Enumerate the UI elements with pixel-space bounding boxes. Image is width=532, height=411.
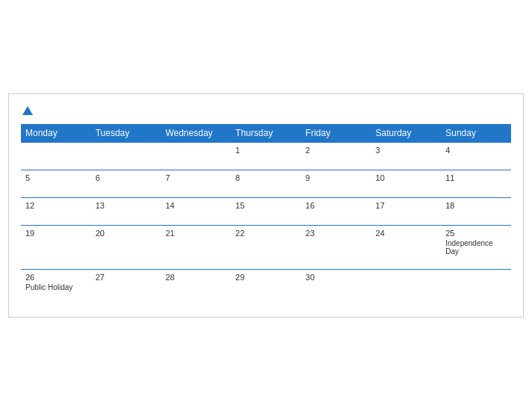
day-number: 6 xyxy=(96,173,157,182)
day-number: 26 xyxy=(25,273,87,282)
day-cell: 27 xyxy=(91,270,161,306)
day-number: 21 xyxy=(165,229,226,238)
day-number: 17 xyxy=(376,201,437,210)
day-number: 11 xyxy=(445,173,507,182)
weekday-header-tuesday: Tuesday xyxy=(91,124,161,143)
day-cell: 8 xyxy=(231,170,301,198)
day-cell: 7 xyxy=(161,170,231,198)
day-cell: 5 xyxy=(21,170,91,198)
day-number: 12 xyxy=(25,201,87,210)
day-cell: 20 xyxy=(91,226,161,270)
day-number: 25 xyxy=(445,229,507,238)
day-number: 22 xyxy=(235,229,297,238)
weekday-header-friday: Friday xyxy=(301,124,371,143)
day-number: 1 xyxy=(235,146,297,155)
day-number: 4 xyxy=(445,146,507,155)
day-cell: 13 xyxy=(91,198,161,226)
day-cell: 9 xyxy=(301,170,371,198)
day-number: 27 xyxy=(96,273,157,282)
day-cell: 25Independence Day xyxy=(441,226,511,270)
weekday-header-thursday: Thursday xyxy=(231,124,301,143)
day-cell: 24 xyxy=(371,226,442,270)
day-number: 14 xyxy=(165,201,226,210)
day-cell: 16 xyxy=(301,198,371,226)
day-cell: 6 xyxy=(91,170,161,198)
logo xyxy=(21,106,33,115)
day-cell: 23 xyxy=(301,226,371,270)
event-label: Independence Day xyxy=(445,239,507,256)
week-row-5: 26Public Holiday27282930 xyxy=(21,270,511,306)
day-number: 29 xyxy=(235,273,297,282)
weekday-header-row: MondayTuesdayWednesdayThursdayFridaySatu… xyxy=(21,124,511,143)
day-cell xyxy=(441,270,511,306)
day-number: 18 xyxy=(445,201,507,210)
day-number: 16 xyxy=(306,201,367,210)
week-row-4: 19202122232425Independence Day xyxy=(21,226,511,270)
weekday-header-sunday: Sunday xyxy=(441,124,511,143)
day-cell: 10 xyxy=(371,170,442,198)
day-cell: 11 xyxy=(441,170,511,198)
day-cell: 29 xyxy=(231,270,301,306)
day-number: 19 xyxy=(25,229,87,238)
day-cell: 22 xyxy=(231,226,301,270)
calendar-table: MondayTuesdayWednesdayThursdayFridaySatu… xyxy=(21,124,511,305)
day-cell: 19 xyxy=(21,226,91,270)
day-number: 15 xyxy=(235,201,297,210)
day-cell xyxy=(91,143,161,170)
day-number: 13 xyxy=(96,201,157,210)
weekday-header-saturday: Saturday xyxy=(371,124,442,143)
day-number: 28 xyxy=(165,273,226,282)
logo-triangle-icon xyxy=(22,106,33,115)
day-cell: 3 xyxy=(371,143,442,170)
week-row-1: 1234 xyxy=(21,143,511,170)
day-number: 2 xyxy=(306,146,367,155)
calendar-thead: MondayTuesdayWednesdayThursdayFridaySatu… xyxy=(21,124,511,143)
day-cell: 26Public Holiday xyxy=(21,270,91,306)
day-cell: 12 xyxy=(21,198,91,226)
calendar-tbody: 1234567891011121314151617181920212223242… xyxy=(21,143,511,306)
day-number: 30 xyxy=(306,273,367,282)
day-number: 23 xyxy=(306,229,367,238)
day-cell xyxy=(371,270,442,306)
day-cell: 15 xyxy=(231,198,301,226)
day-cell: 17 xyxy=(371,198,442,226)
day-cell xyxy=(161,143,231,170)
day-number: 20 xyxy=(96,229,157,238)
day-cell: 14 xyxy=(161,198,231,226)
day-number: 5 xyxy=(25,173,87,182)
day-cell: 4 xyxy=(441,143,511,170)
day-cell: 2 xyxy=(301,143,371,170)
day-cell xyxy=(21,143,91,170)
weekday-header-wednesday: Wednesday xyxy=(161,124,231,143)
weekday-header-monday: Monday xyxy=(21,124,91,143)
day-number: 9 xyxy=(306,173,367,182)
day-number: 24 xyxy=(376,229,437,238)
day-cell: 28 xyxy=(161,270,231,306)
calendar-header xyxy=(21,106,511,115)
day-cell: 1 xyxy=(231,143,301,170)
day-cell: 30 xyxy=(301,270,371,306)
week-row-3: 12131415161718 xyxy=(21,198,511,226)
event-label: Public Holiday xyxy=(25,283,87,291)
calendar-container: MondayTuesdayWednesdayThursdayFridaySatu… xyxy=(8,93,524,318)
day-number: 8 xyxy=(235,173,297,182)
day-cell: 18 xyxy=(441,198,511,226)
day-number: 3 xyxy=(376,146,437,155)
day-cell: 21 xyxy=(161,226,231,270)
day-number: 10 xyxy=(376,173,437,182)
week-row-2: 567891011 xyxy=(21,170,511,198)
day-number: 7 xyxy=(165,173,226,182)
